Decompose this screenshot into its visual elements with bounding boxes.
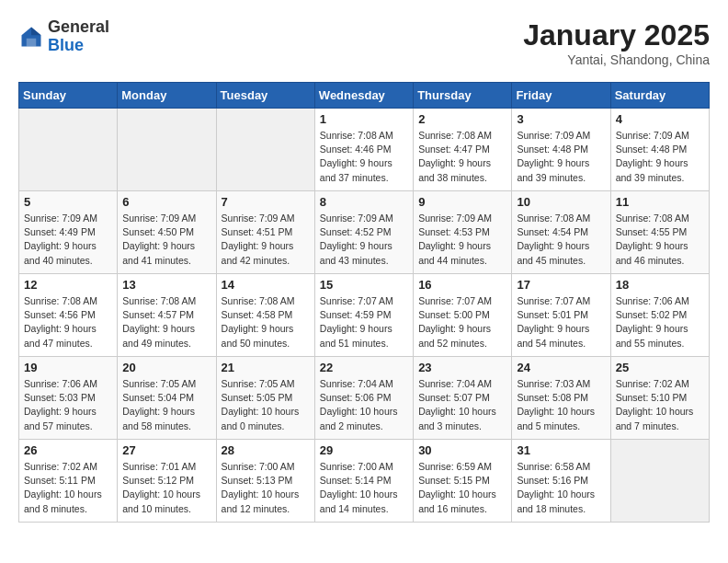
day-cell-19: 19Sunrise: 7:06 AM Sunset: 5:03 PM Dayli…	[19, 357, 118, 440]
weekday-header-sunday: Sunday	[19, 83, 118, 109]
day-info: Sunrise: 7:08 AM Sunset: 4:57 PM Dayligh…	[122, 294, 210, 350]
day-number: 24	[517, 361, 605, 374]
weekday-header-wednesday: Wednesday	[314, 83, 413, 109]
day-cell-14: 14Sunrise: 7:08 AM Sunset: 4:58 PM Dayli…	[216, 274, 314, 357]
day-number: 27	[122, 443, 210, 457]
day-number: 22	[320, 361, 408, 374]
logo: General Blue	[18, 18, 109, 55]
calendar: SundayMondayTuesdayWednesdayThursdayFrid…	[18, 82, 710, 523]
day-info: Sunrise: 7:04 AM Sunset: 5:06 PM Dayligh…	[320, 377, 408, 433]
empty-cell	[216, 109, 314, 191]
week-row-5: 26Sunrise: 7:02 AM Sunset: 5:11 PM Dayli…	[19, 440, 710, 523]
day-info: Sunrise: 7:09 AM Sunset: 4:49 PM Dayligh…	[24, 212, 112, 268]
day-info: Sunrise: 7:08 AM Sunset: 4:46 PM Dayligh…	[320, 129, 408, 185]
day-cell-27: 27Sunrise: 7:01 AM Sunset: 5:12 PM Dayli…	[118, 440, 216, 523]
day-info: Sunrise: 7:09 AM Sunset: 4:51 PM Dayligh…	[222, 212, 310, 268]
day-cell-29: 29Sunrise: 7:00 AM Sunset: 5:14 PM Dayli…	[314, 440, 413, 523]
day-cell-17: 17Sunrise: 7:07 AM Sunset: 5:01 PM Dayli…	[512, 274, 610, 357]
day-cell-1: 1Sunrise: 7:08 AM Sunset: 4:46 PM Daylig…	[314, 109, 413, 191]
day-cell-10: 10Sunrise: 7:08 AM Sunset: 4:54 PM Dayli…	[512, 191, 610, 274]
day-cell-7: 7Sunrise: 7:09 AM Sunset: 4:51 PM Daylig…	[216, 191, 314, 274]
day-cell-24: 24Sunrise: 7:03 AM Sunset: 5:08 PM Dayli…	[512, 357, 610, 440]
weekday-header-tuesday: Tuesday	[216, 83, 314, 109]
day-cell-9: 9Sunrise: 7:09 AM Sunset: 4:53 PM Daylig…	[414, 191, 512, 274]
location: Yantai, Shandong, China	[523, 52, 710, 67]
day-number: 13	[122, 278, 210, 292]
logo-text: General Blue	[48, 18, 109, 55]
day-cell-31: 31Sunrise: 6:58 AM Sunset: 5:16 PM Dayli…	[512, 440, 610, 523]
day-number: 3	[517, 112, 605, 126]
svg-rect-2	[27, 39, 37, 47]
logo-general: General	[48, 18, 109, 37]
day-info: Sunrise: 7:02 AM Sunset: 5:10 PM Dayligh…	[616, 377, 704, 433]
weekday-header-saturday: Saturday	[610, 83, 709, 109]
day-number: 30	[418, 443, 506, 457]
day-number: 31	[517, 443, 605, 457]
weekday-header-row: SundayMondayTuesdayWednesdayThursdayFrid…	[19, 83, 710, 109]
day-cell-28: 28Sunrise: 7:00 AM Sunset: 5:13 PM Dayli…	[216, 440, 314, 523]
day-cell-18: 18Sunrise: 7:06 AM Sunset: 5:02 PM Dayli…	[610, 274, 709, 357]
day-cell-13: 13Sunrise: 7:08 AM Sunset: 4:57 PM Dayli…	[118, 274, 216, 357]
day-info: Sunrise: 7:00 AM Sunset: 5:14 PM Dayligh…	[320, 460, 408, 516]
day-number: 28	[222, 443, 310, 457]
weekday-header-thursday: Thursday	[414, 83, 512, 109]
month-title: January 2025	[523, 18, 710, 52]
week-row-2: 5Sunrise: 7:09 AM Sunset: 4:49 PM Daylig…	[19, 191, 710, 274]
day-number: 21	[222, 361, 310, 374]
day-number: 25	[616, 361, 704, 374]
day-cell-2: 2Sunrise: 7:08 AM Sunset: 4:47 PM Daylig…	[414, 109, 512, 191]
day-info: Sunrise: 7:07 AM Sunset: 5:00 PM Dayligh…	[418, 294, 506, 350]
svg-marker-1	[31, 27, 41, 35]
week-row-4: 19Sunrise: 7:06 AM Sunset: 5:03 PM Dayli…	[19, 357, 710, 440]
day-cell-30: 30Sunrise: 6:59 AM Sunset: 5:15 PM Dayli…	[414, 440, 512, 523]
day-number: 6	[122, 195, 210, 209]
day-info: Sunrise: 7:02 AM Sunset: 5:11 PM Dayligh…	[24, 460, 112, 516]
day-cell-4: 4Sunrise: 7:09 AM Sunset: 4:48 PM Daylig…	[610, 109, 709, 191]
day-cell-20: 20Sunrise: 7:05 AM Sunset: 5:04 PM Dayli…	[118, 357, 216, 440]
day-cell-15: 15Sunrise: 7:07 AM Sunset: 4:59 PM Dayli…	[314, 274, 413, 357]
day-info: Sunrise: 7:09 AM Sunset: 4:52 PM Dayligh…	[320, 212, 408, 268]
day-number: 16	[418, 278, 506, 292]
day-number: 10	[517, 195, 605, 209]
day-info: Sunrise: 7:07 AM Sunset: 4:59 PM Dayligh…	[320, 294, 408, 350]
day-cell-22: 22Sunrise: 7:04 AM Sunset: 5:06 PM Dayli…	[314, 357, 413, 440]
day-cell-12: 12Sunrise: 7:08 AM Sunset: 4:56 PM Dayli…	[19, 274, 118, 357]
page-header: General Blue January 2025 Yantai, Shando…	[18, 18, 710, 67]
day-number: 9	[418, 195, 506, 209]
day-info: Sunrise: 7:05 AM Sunset: 5:04 PM Dayligh…	[122, 377, 210, 433]
day-number: 7	[222, 195, 310, 209]
day-info: Sunrise: 7:08 AM Sunset: 4:58 PM Dayligh…	[222, 294, 310, 350]
day-number: 11	[616, 195, 704, 209]
day-info: Sunrise: 6:59 AM Sunset: 5:15 PM Dayligh…	[418, 460, 506, 516]
weekday-header-friday: Friday	[512, 83, 610, 109]
day-number: 23	[418, 361, 506, 374]
day-number: 20	[122, 361, 210, 374]
day-number: 19	[24, 361, 112, 374]
empty-cell	[118, 109, 216, 191]
day-number: 15	[320, 278, 408, 292]
day-cell-6: 6Sunrise: 7:09 AM Sunset: 4:50 PM Daylig…	[118, 191, 216, 274]
logo-blue: Blue	[48, 37, 109, 55]
empty-cell	[610, 440, 709, 523]
day-number: 12	[24, 278, 112, 292]
day-info: Sunrise: 7:01 AM Sunset: 5:12 PM Dayligh…	[122, 460, 210, 516]
day-cell-8: 8Sunrise: 7:09 AM Sunset: 4:52 PM Daylig…	[314, 191, 413, 274]
week-row-1: 1Sunrise: 7:08 AM Sunset: 4:46 PM Daylig…	[19, 109, 710, 191]
day-number: 18	[616, 278, 704, 292]
day-info: Sunrise: 7:08 AM Sunset: 4:54 PM Dayligh…	[517, 212, 605, 268]
day-info: Sunrise: 7:09 AM Sunset: 4:48 PM Dayligh…	[616, 129, 704, 185]
day-cell-23: 23Sunrise: 7:04 AM Sunset: 5:07 PM Dayli…	[414, 357, 512, 440]
day-info: Sunrise: 7:07 AM Sunset: 5:01 PM Dayligh…	[517, 294, 605, 350]
day-info: Sunrise: 7:05 AM Sunset: 5:05 PM Dayligh…	[222, 377, 310, 433]
day-number: 14	[222, 278, 310, 292]
day-cell-25: 25Sunrise: 7:02 AM Sunset: 5:10 PM Dayli…	[610, 357, 709, 440]
day-cell-16: 16Sunrise: 7:07 AM Sunset: 5:00 PM Dayli…	[414, 274, 512, 357]
day-info: Sunrise: 7:00 AM Sunset: 5:13 PM Dayligh…	[222, 460, 310, 516]
empty-cell	[19, 109, 118, 191]
day-number: 17	[517, 278, 605, 292]
day-number: 1	[320, 112, 408, 126]
weekday-header-monday: Monday	[118, 83, 216, 109]
day-info: Sunrise: 7:09 AM Sunset: 4:53 PM Dayligh…	[418, 212, 506, 268]
day-cell-5: 5Sunrise: 7:09 AM Sunset: 4:49 PM Daylig…	[19, 191, 118, 274]
day-info: Sunrise: 7:06 AM Sunset: 5:03 PM Dayligh…	[24, 377, 112, 433]
